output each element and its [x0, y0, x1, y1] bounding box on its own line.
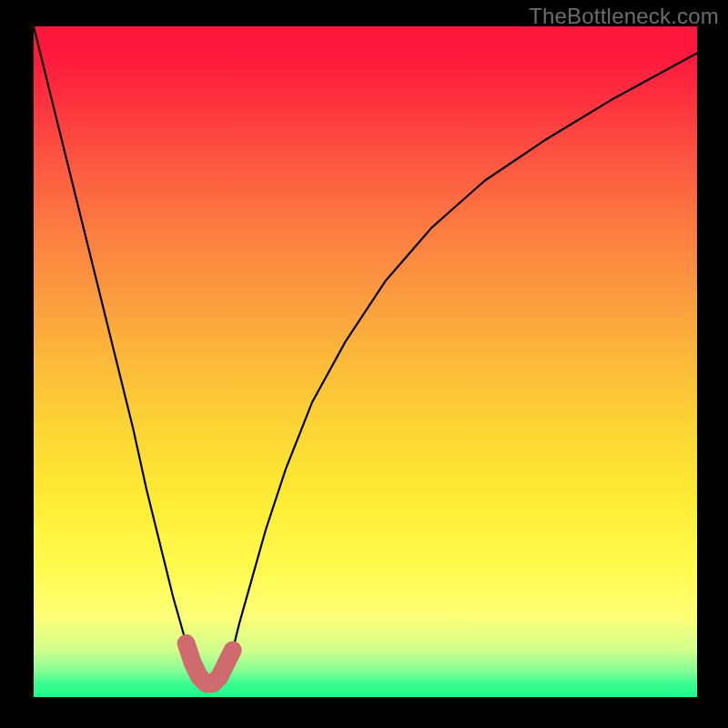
chart-frame: TheBottleneck.com — [0, 0, 728, 728]
watermark-text: TheBottleneck.com — [529, 4, 719, 29]
plot-area — [34, 26, 697, 697]
valley-highlight — [187, 643, 233, 683]
chart-svg — [34, 26, 697, 697]
main-curve — [34, 26, 697, 683]
